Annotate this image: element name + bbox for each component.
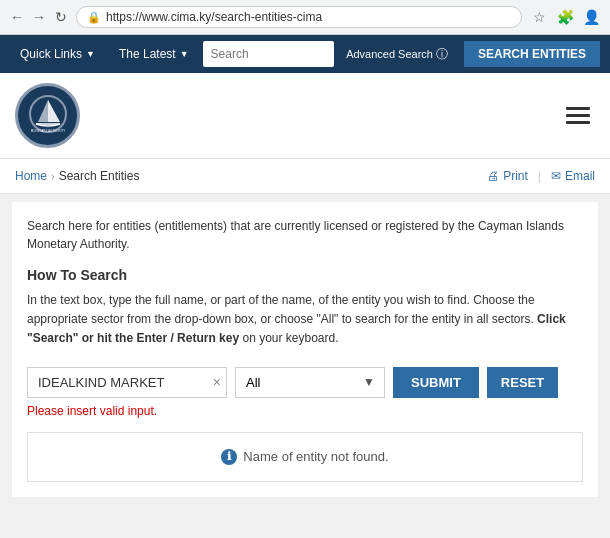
hamburger-line-2 — [566, 114, 590, 117]
breadcrumb-home[interactable]: Home — [15, 169, 47, 183]
reload-button[interactable]: ↻ — [52, 8, 70, 26]
content-area: Search here for entities (entitlements) … — [12, 202, 598, 497]
reset-button[interactable]: RESET — [487, 367, 558, 398]
email-link[interactable]: ✉ Email — [551, 169, 595, 183]
logo-circle: MONETARY AUTHORITY — [15, 83, 80, 148]
nav-search-container: 🔍 — [203, 41, 335, 67]
breadcrumb-actions: 🖨 Print | ✉ Email — [487, 169, 595, 183]
breadcrumb-bar: Home › Search Entities 🖨 Print | ✉ Email — [0, 159, 610, 194]
action-separator: | — [538, 169, 541, 183]
logo-inner: MONETARY AUTHORITY — [24, 90, 72, 141]
entity-clear-button[interactable]: × — [213, 375, 221, 389]
search-form: × All Banking Insurance Investments Fidu… — [27, 367, 583, 398]
lock-icon: 🔒 — [87, 11, 101, 24]
hamburger-menu-button[interactable] — [561, 102, 595, 129]
how-to-search-text: In the text box, type the full name, or … — [27, 291, 583, 349]
not-found-text: Name of entity not found. — [243, 449, 388, 464]
breadcrumb: Home › Search Entities — [15, 169, 139, 183]
breadcrumb-separator: › — [51, 170, 55, 182]
advanced-search-link[interactable]: Advanced Search ⓘ — [338, 46, 456, 63]
how-to-search-text-main: In the text box, type the full name, or … — [27, 293, 535, 326]
back-button[interactable]: ← — [8, 8, 26, 26]
hamburger-line-1 — [566, 107, 590, 110]
profile-icon[interactable]: 👤 — [580, 6, 602, 28]
browser-icons: ☆ 🧩 👤 — [528, 6, 602, 28]
quick-links-label: Quick Links — [20, 47, 82, 61]
entity-search-input[interactable] — [27, 367, 227, 398]
error-message: Please insert valid input. — [27, 404, 583, 418]
quick-links-menu[interactable]: Quick Links ▼ — [10, 39, 105, 69]
address-bar[interactable]: 🔒 https://www.cima.ky/search-entities-ci… — [76, 6, 522, 28]
logo-area: MONETARY AUTHORITY — [15, 83, 80, 148]
the-latest-arrow: ▼ — [180, 49, 189, 59]
info-icon: ℹ — [221, 449, 237, 465]
result-box: ℹ Name of entity not found. — [27, 432, 583, 482]
browser-nav-buttons: ← → ↻ — [8, 8, 70, 26]
browser-chrome: ← → ↻ 🔒 https://www.cima.ky/search-entit… — [0, 0, 610, 35]
logo-svg: MONETARY AUTHORITY — [28, 94, 68, 134]
submit-button[interactable]: SUBMIT — [393, 367, 479, 398]
the-latest-label: The Latest — [119, 47, 176, 61]
quick-links-arrow: ▼ — [86, 49, 95, 59]
star-icon[interactable]: ☆ — [528, 6, 550, 28]
nav-search-input[interactable] — [203, 43, 335, 65]
svg-text:MONETARY AUTHORITY: MONETARY AUTHORITY — [30, 129, 65, 133]
advanced-search-icon: ⓘ — [436, 46, 448, 63]
hamburger-line-3 — [566, 121, 590, 124]
breadcrumb-current: Search Entities — [59, 169, 140, 183]
content-intro: Search here for entities (entitlements) … — [27, 217, 583, 253]
top-nav: Quick Links ▼ The Latest ▼ 🔍 Advanced Se… — [0, 35, 610, 73]
advanced-search-label: Advanced Search — [346, 48, 433, 60]
print-label: Print — [503, 169, 528, 183]
extensions-icon[interactable]: 🧩 — [554, 6, 576, 28]
url-text: https://www.cima.ky/search-entities-cima — [106, 10, 322, 24]
sector-select[interactable]: All Banking Insurance Investments Fiduci… — [235, 367, 385, 398]
how-to-search-suffix: on your keyboard. — [242, 331, 338, 345]
forward-button[interactable]: → — [30, 8, 48, 26]
search-entities-button[interactable]: SEARCH ENTITIES — [464, 41, 600, 67]
print-icon: 🖨 — [487, 169, 499, 183]
the-latest-menu[interactable]: The Latest ▼ — [109, 39, 199, 69]
email-label: Email — [565, 169, 595, 183]
how-to-search-title: How To Search — [27, 267, 583, 283]
sector-select-wrapper: All Banking Insurance Investments Fiduci… — [235, 367, 385, 398]
main-header: MONETARY AUTHORITY — [0, 73, 610, 159]
entity-input-wrapper: × — [27, 367, 227, 398]
email-icon: ✉ — [551, 169, 561, 183]
print-link[interactable]: 🖨 Print — [487, 169, 528, 183]
